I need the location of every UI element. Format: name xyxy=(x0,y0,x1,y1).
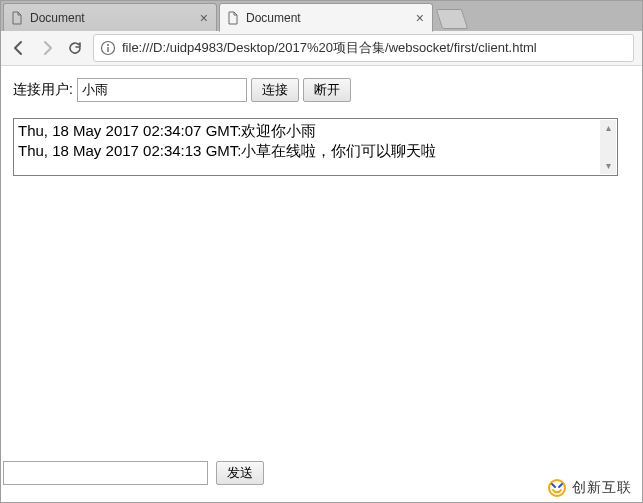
page-content: 连接用户: 连接 断开 Thu, 18 May 2017 02:34:07 GM… xyxy=(1,66,642,483)
browser-window: Document × Document × file:///D:/uidp498… xyxy=(0,0,643,503)
file-icon xyxy=(226,11,240,25)
scroll-down-icon[interactable]: ▾ xyxy=(600,158,616,174)
close-icon[interactable]: × xyxy=(414,10,426,26)
log-line: Thu, 18 May 2017 02:34:13 GMT:小草在线啦，你们可以… xyxy=(18,141,613,161)
tab-document-1[interactable]: Document × xyxy=(3,3,217,31)
svg-point-1 xyxy=(107,44,109,46)
svg-point-3 xyxy=(549,480,565,496)
browser-toolbar: file:///D:/uidp4983/Desktop/2017%20项目合集/… xyxy=(1,31,642,66)
reload-button[interactable] xyxy=(61,35,89,61)
info-icon xyxy=(100,40,116,56)
forward-button[interactable] xyxy=(33,35,61,61)
svg-rect-2 xyxy=(107,47,108,52)
user-label: 连接用户: xyxy=(13,81,73,99)
scrollbar[interactable]: ▴ ▾ xyxy=(600,120,616,174)
file-icon xyxy=(10,11,24,25)
message-input[interactable] xyxy=(3,461,208,485)
close-icon[interactable]: × xyxy=(198,10,210,26)
address-bar[interactable]: file:///D:/uidp4983/Desktop/2017%20项目合集/… xyxy=(93,34,634,62)
send-row: 发送 xyxy=(3,461,264,485)
tab-title: Document xyxy=(30,11,198,25)
back-button[interactable] xyxy=(5,35,33,61)
tab-document-2[interactable]: Document × xyxy=(219,3,433,32)
new-tab-button[interactable] xyxy=(436,9,468,29)
connect-row: 连接用户: 连接 断开 xyxy=(13,78,630,102)
scroll-up-icon[interactable]: ▴ xyxy=(600,120,616,136)
tab-title: Document xyxy=(246,11,414,25)
watermark: 创新互联 xyxy=(520,474,642,502)
url-text: file:///D:/uidp4983/Desktop/2017%20项目合集/… xyxy=(122,39,537,57)
tab-strip: Document × Document × xyxy=(1,1,642,31)
log-line: Thu, 18 May 2017 02:34:07 GMT:欢迎你小雨 xyxy=(18,121,613,141)
user-input[interactable] xyxy=(77,78,247,102)
connect-button[interactable]: 连接 xyxy=(251,78,299,102)
send-button[interactable]: 发送 xyxy=(216,461,264,485)
disconnect-button[interactable]: 断开 xyxy=(303,78,351,102)
log-textarea[interactable]: Thu, 18 May 2017 02:34:07 GMT:欢迎你小雨 Thu,… xyxy=(13,118,618,176)
brand-text: 创新互联 xyxy=(572,479,632,497)
brand-logo-icon xyxy=(548,479,566,497)
